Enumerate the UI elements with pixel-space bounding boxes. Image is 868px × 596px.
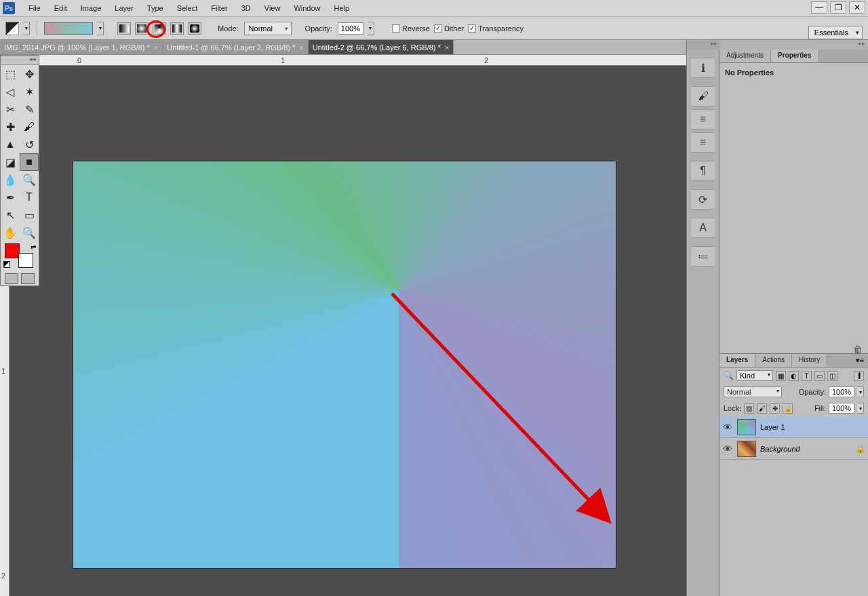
- stamp-tool[interactable]: ▲: [1, 136, 20, 153]
- foreground-color[interactable]: [5, 243, 20, 258]
- patch-tool[interactable]: ✚: [1, 118, 20, 136]
- pen-tool[interactable]: ✒: [1, 188, 20, 206]
- dither-checkbox[interactable]: Dither: [434, 24, 464, 33]
- menu-type[interactable]: Type: [140, 1, 170, 15]
- brush-panel-icon[interactable]: 🖌: [691, 86, 715, 106]
- properties-tab[interactable]: Properties: [771, 49, 818, 62]
- lock-pixels-icon[interactable]: 🖌: [757, 403, 767, 414]
- lock-transparent-icon[interactable]: ▧: [744, 403, 754, 414]
- character-panel-icon[interactable]: A: [691, 218, 715, 238]
- layer-thumbnail[interactable]: [737, 419, 756, 435]
- info-panel-icon[interactable]: ℹ: [691, 58, 715, 78]
- filter-adjust-icon[interactable]: ◐: [789, 371, 799, 381]
- doc-tab-2[interactable]: Untitled-2 @ 66,7% (Layer 6, RGB/8) *×: [309, 40, 454, 54]
- filter-icon[interactable]: 🔍: [724, 371, 734, 380]
- close-icon[interactable]: ×: [445, 43, 449, 52]
- layer-opacity-field[interactable]: 100%: [829, 386, 854, 397]
- shape-tool[interactable]: ▭: [20, 206, 39, 224]
- visibility-icon[interactable]: 👁: [722, 422, 733, 433]
- navigator-panel-icon[interactable]: ⟳: [691, 189, 715, 210]
- transparency-checkbox[interactable]: Transparency: [468, 24, 524, 33]
- marquee-tool[interactable]: ⬚: [1, 65, 20, 83]
- gradient-picker-dropdown[interactable]: ▾: [97, 22, 104, 35]
- gradient-preview[interactable]: [44, 22, 93, 35]
- menu-edit[interactable]: Edit: [47, 1, 74, 15]
- opacity-dropdown[interactable]: ▾: [368, 22, 374, 35]
- reverse-checkbox[interactable]: Reverse: [392, 24, 430, 33]
- layer-fill-field[interactable]: 100%: [829, 403, 854, 414]
- lasso-tool[interactable]: ◁: [1, 83, 20, 100]
- quick-mask-button[interactable]: [5, 273, 18, 284]
- layer-name[interactable]: Background: [760, 445, 851, 453]
- linear-gradient-button[interactable]: [117, 22, 131, 35]
- type-tool[interactable]: T: [20, 188, 39, 206]
- angle-gradient-button[interactable]: [153, 22, 166, 35]
- path-select-tool[interactable]: ↖: [1, 206, 20, 224]
- filter-type-icon[interactable]: T: [802, 371, 812, 381]
- close-button[interactable]: ✕: [849, 1, 865, 14]
- tools-collapse[interactable]: ◂◂: [1, 56, 39, 65]
- move-tool[interactable]: ✥: [20, 65, 39, 83]
- history-brush-tool[interactable]: ↺: [20, 136, 39, 153]
- actions-tab[interactable]: Actions: [755, 354, 792, 367]
- panel-collapse[interactable]: ▸▸: [719, 40, 868, 49]
- diamond-gradient-button[interactable]: [188, 22, 201, 35]
- dodge-tool[interactable]: 🔍: [20, 171, 39, 188]
- gradient-tool[interactable]: ■: [20, 153, 39, 171]
- zoom-tool[interactable]: 🔍: [20, 224, 39, 241]
- adjustments-tab[interactable]: Adjustments: [719, 49, 771, 62]
- tool-preset-dropdown[interactable]: ▾: [23, 22, 30, 35]
- filter-toggle[interactable]: ⏽: [854, 371, 864, 381]
- default-colors-icon[interactable]: [3, 261, 10, 268]
- minimize-button[interactable]: —: [811, 1, 827, 14]
- lock-all-icon[interactable]: 🔒: [783, 403, 793, 414]
- menu-image[interactable]: Image: [74, 1, 108, 15]
- tool-presets-icon[interactable]: ≡: [691, 132, 715, 153]
- layer-row[interactable]: 👁 Layer 1: [719, 416, 868, 438]
- doc-tab-0[interactable]: IMG_2014.JPG @ 100% (Layer 1, RGB/8) *×: [0, 40, 163, 54]
- opacity-field[interactable]: 100%: [338, 22, 363, 35]
- horizontal-ruler[interactable]: 0 1 2: [9, 55, 686, 66]
- tool-preset-icon[interactable]: [5, 22, 19, 35]
- hand-tool[interactable]: ✋: [1, 224, 20, 241]
- menu-window[interactable]: Window: [287, 1, 327, 15]
- menu-help[interactable]: Help: [328, 1, 357, 15]
- layer-name[interactable]: Layer 1: [760, 423, 865, 431]
- background-color[interactable]: [18, 253, 33, 268]
- paragraph-panel-icon[interactable]: ¶: [691, 161, 715, 181]
- menu-file[interactable]: File: [22, 1, 47, 15]
- doc-tab-1[interactable]: Untitled-1 @ 66,7% (Layer 2, RGB/8) *×: [163, 40, 309, 54]
- document-canvas[interactable]: [73, 161, 616, 568]
- layer-row[interactable]: 👁 Background 🔒: [719, 438, 868, 460]
- magic-wand-tool[interactable]: ✶: [20, 83, 39, 100]
- lock-position-icon[interactable]: ✥: [770, 403, 780, 414]
- eyedropper-tool[interactable]: ✎: [20, 100, 39, 118]
- menu-layer[interactable]: Layer: [108, 1, 140, 15]
- workspace-switcher[interactable]: Essentials: [808, 26, 863, 39]
- menu-select[interactable]: Select: [170, 1, 205, 15]
- blur-tool[interactable]: 💧: [1, 171, 20, 188]
- menu-3d[interactable]: 3D: [235, 1, 258, 15]
- layer-blend-select[interactable]: Normal: [724, 386, 782, 397]
- reflected-gradient-button[interactable]: [170, 22, 184, 35]
- panel-menu-icon[interactable]: ▾≡: [852, 354, 868, 367]
- brush-tool[interactable]: 🖌: [20, 118, 39, 136]
- close-icon[interactable]: ×: [154, 43, 158, 52]
- maximize-button[interactable]: ❐: [830, 1, 846, 14]
- layers-tab[interactable]: Layers: [719, 354, 755, 367]
- menu-view[interactable]: View: [258, 1, 288, 15]
- styles-panel-icon[interactable]: ≔: [691, 246, 715, 266]
- filter-shape-icon[interactable]: ▭: [814, 371, 825, 381]
- menu-filter[interactable]: Filter: [204, 1, 234, 15]
- history-tab[interactable]: History: [792, 354, 827, 367]
- close-icon[interactable]: ×: [299, 43, 303, 52]
- layer-opacity-dropdown[interactable]: ▾: [857, 386, 864, 397]
- visibility-icon[interactable]: 👁: [722, 443, 733, 454]
- filter-smart-icon[interactable]: ◫: [827, 371, 837, 381]
- strip-collapse[interactable]: ▸▸: [687, 40, 719, 49]
- layer-fill-dropdown[interactable]: ▾: [857, 403, 864, 414]
- swap-colors-icon[interactable]: ⇄: [31, 243, 36, 251]
- layer-thumbnail[interactable]: [737, 441, 756, 457]
- radial-gradient-button[interactable]: [135, 22, 149, 35]
- properties-trash-icon[interactable]: 🗑: [719, 341, 868, 353]
